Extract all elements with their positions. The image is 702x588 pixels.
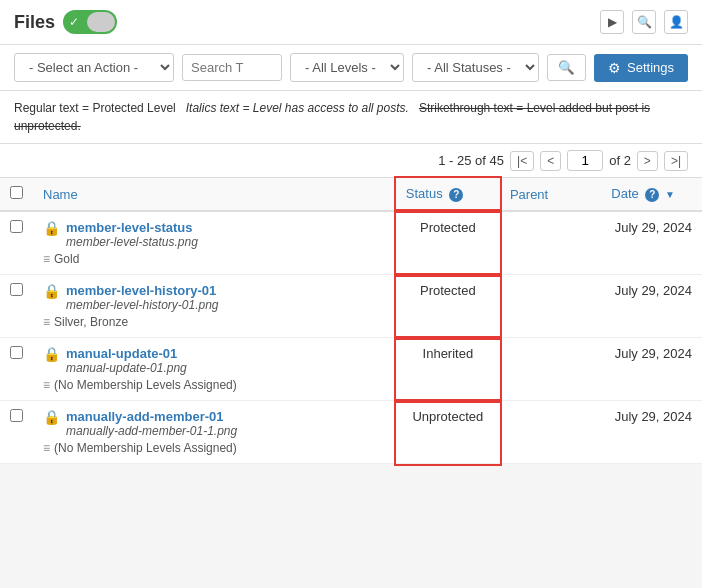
level-text: (No Membership Levels Assigned) xyxy=(54,441,237,455)
name-cell: 🔒 member-level-status member-level-statu… xyxy=(33,211,396,275)
files-table-container: Name Status ? Parent Date ? ▼ 🔒 xyxy=(0,178,702,464)
date-cell: July 29, 2024 xyxy=(601,275,702,338)
toolbar: - Select an Action - - All Levels - - Al… xyxy=(0,45,702,91)
search-icon[interactable]: 🔍 xyxy=(632,10,656,34)
name-cell-content: 🔒 member-level-history-01 member-level-h… xyxy=(43,283,386,329)
table-row: 🔒 manually-add-member-01 manually-add-me… xyxy=(0,401,702,464)
gear-icon: ⚙ xyxy=(608,60,621,76)
name-cell-content: 🔒 manual-update-01 manual-update-01.png … xyxy=(43,346,386,392)
level-select[interactable]: - All Levels - xyxy=(290,53,404,82)
last-page-button[interactable]: >| xyxy=(664,151,688,171)
row-checkbox-0[interactable] xyxy=(10,220,23,233)
pagination-range: 1 - 25 of 45 xyxy=(438,153,504,168)
settings-button[interactable]: ⚙ Settings xyxy=(594,54,688,82)
select-all-checkbox[interactable] xyxy=(10,186,23,199)
row-checkbox-2[interactable] xyxy=(10,346,23,359)
user-icon[interactable]: 👤 xyxy=(664,10,688,34)
list-icon: ≡ xyxy=(43,315,50,329)
list-icon: ≡ xyxy=(43,378,50,392)
search-input[interactable] xyxy=(182,54,282,81)
file-name[interactable]: manually-add-member-01 xyxy=(66,409,237,424)
table-row: 🔒 member-level-status member-level-statu… xyxy=(0,211,702,275)
parent-cell xyxy=(500,275,601,338)
date-cell: July 29, 2024 xyxy=(601,338,702,401)
name-cell-content: 🔒 manually-add-member-01 manually-add-me… xyxy=(43,409,386,455)
lock-icon: 🔒 xyxy=(43,346,60,362)
lock-icon: 🔒 xyxy=(43,220,60,236)
name-cell: 🔒 manual-update-01 manual-update-01.png … xyxy=(33,338,396,401)
date-help-icon[interactable]: ? xyxy=(645,188,659,202)
file-level: ≡ (No Membership Levels Assigned) xyxy=(43,441,386,455)
status-cell: Protected xyxy=(396,275,500,338)
date-sort-icon: ▼ xyxy=(665,189,675,200)
parent-cell xyxy=(500,338,601,401)
list-icon: ≡ xyxy=(43,252,50,266)
date-cell: July 29, 2024 xyxy=(601,211,702,275)
lock-icon: 🔒 xyxy=(43,409,60,425)
info-bar: Regular text = Protected Level Italics t… xyxy=(0,91,702,144)
level-text: Gold xyxy=(54,252,79,266)
page-input[interactable] xyxy=(567,150,603,171)
name-info: member-level-history-01 member-level-his… xyxy=(66,283,219,312)
status-cell: Inherited xyxy=(396,338,500,401)
video-icon[interactable]: ▶ xyxy=(600,10,624,34)
status-column-header: Status ? xyxy=(396,178,500,211)
name-info: member-level-status member-level-status.… xyxy=(66,220,198,249)
status-select[interactable]: - All Statuses - xyxy=(412,53,539,82)
file-name[interactable]: member-level-history-01 xyxy=(66,283,219,298)
status-cell: Unprotected xyxy=(396,401,500,464)
prev-page-button[interactable]: < xyxy=(540,151,561,171)
name-row: 🔒 manual-update-01 manual-update-01.png xyxy=(43,346,386,375)
table-row: 🔒 manual-update-01 manual-update-01.png … xyxy=(0,338,702,401)
date-cell: July 29, 2024 xyxy=(601,401,702,464)
action-select[interactable]: - Select an Action - xyxy=(14,53,174,82)
name-row: 🔒 member-level-history-01 member-level-h… xyxy=(43,283,386,312)
status-help-icon[interactable]: ? xyxy=(449,188,463,202)
italic-text-legend: Italics text = Level has access to all p… xyxy=(186,101,409,115)
row-checkbox-1[interactable] xyxy=(10,283,23,296)
parent-column-header: Parent xyxy=(500,178,601,211)
file-level: ≡ Gold xyxy=(43,252,386,266)
file-level: ≡ (No Membership Levels Assigned) xyxy=(43,378,386,392)
file-name[interactable]: manual-update-01 xyxy=(66,346,187,361)
header-left: Files ✓ xyxy=(14,10,117,34)
name-column-header: Name xyxy=(33,178,396,211)
file-filename: member-level-history-01.png xyxy=(66,298,219,312)
file-filename: manual-update-01.png xyxy=(66,361,187,375)
page-of: of 2 xyxy=(609,153,631,168)
files-table: Name Status ? Parent Date ? ▼ 🔒 xyxy=(0,178,702,464)
file-name[interactable]: member-level-status xyxy=(66,220,198,235)
file-level: ≡ Silver, Bronze xyxy=(43,315,386,329)
page-header: Files ✓ ▶ 🔍 👤 xyxy=(0,0,702,45)
name-row: 🔒 manually-add-member-01 manually-add-me… xyxy=(43,409,386,438)
regular-text-legend: Regular text = Protected Level xyxy=(14,101,176,115)
toggle-switch[interactable]: ✓ xyxy=(63,10,117,34)
lock-icon: 🔒 xyxy=(43,283,60,299)
first-page-button[interactable]: |< xyxy=(510,151,534,171)
next-page-button[interactable]: > xyxy=(637,151,658,171)
row-checkbox-3[interactable] xyxy=(10,409,23,422)
search-button[interactable]: 🔍 xyxy=(547,54,586,81)
name-row: 🔒 member-level-status member-level-statu… xyxy=(43,220,386,249)
name-info: manually-add-member-01 manually-add-memb… xyxy=(66,409,237,438)
name-cell: 🔒 member-level-history-01 member-level-h… xyxy=(33,275,396,338)
parent-cell xyxy=(500,211,601,275)
date-column-header: Date ? ▼ xyxy=(601,178,702,211)
list-icon: ≡ xyxy=(43,441,50,455)
select-all-header xyxy=(0,178,33,211)
table-row: 🔒 member-level-history-01 member-level-h… xyxy=(0,275,702,338)
page-title: Files xyxy=(14,12,55,33)
file-filename: member-level-status.png xyxy=(66,235,198,249)
status-cell: Protected xyxy=(396,211,500,275)
file-filename: manually-add-member-01-1.png xyxy=(66,424,237,438)
name-cell: 🔒 manually-add-member-01 manually-add-me… xyxy=(33,401,396,464)
name-info: manual-update-01 manual-update-01.png xyxy=(66,346,187,375)
level-text: Silver, Bronze xyxy=(54,315,128,329)
toggle-off xyxy=(87,12,115,32)
header-icons: ▶ 🔍 👤 xyxy=(600,10,688,34)
parent-cell xyxy=(500,401,601,464)
name-cell-content: 🔒 member-level-status member-level-statu… xyxy=(43,220,386,266)
level-text: (No Membership Levels Assigned) xyxy=(54,378,237,392)
pagination-bar: 1 - 25 of 45 |< < of 2 > >| xyxy=(0,144,702,178)
